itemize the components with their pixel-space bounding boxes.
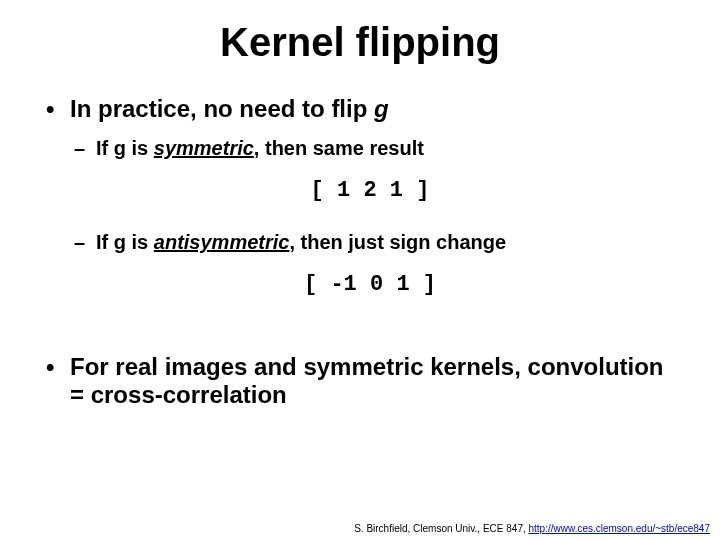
bullet1-prefix: In practice, no need to flip bbox=[70, 95, 374, 122]
bullet-level2: If g is symmetric, then same result bbox=[96, 137, 670, 160]
bullet-level2: If g is antisymmetric, then just sign ch… bbox=[96, 231, 670, 254]
slide-content: In practice, no need to flip g If g is s… bbox=[0, 95, 720, 409]
sub1-suffix: , then same result bbox=[254, 137, 424, 159]
sub2-keyword: antisymmetric bbox=[154, 231, 290, 253]
sub1-prefix: If g is bbox=[96, 137, 154, 159]
footer: S. Birchfield, Clemson Univ., ECE 847, h… bbox=[354, 523, 710, 534]
slide-title: Kernel flipping bbox=[0, 20, 720, 65]
sub2-suffix: , then just sign change bbox=[289, 231, 506, 253]
bullet-level1: In practice, no need to flip g bbox=[70, 95, 670, 123]
sub2-prefix: If g is bbox=[96, 231, 154, 253]
bullet1-var: g bbox=[374, 95, 389, 122]
sub1-keyword: symmetric bbox=[154, 137, 254, 159]
code-example-antisymmetric: [ -1 0 1 ] bbox=[70, 272, 670, 297]
code-example-symmetric: [ 1 2 1 ] bbox=[70, 178, 670, 203]
footer-text: S. Birchfield, Clemson Univ., ECE 847, bbox=[354, 523, 528, 534]
footer-link[interactable]: http://www.ces.clemson.edu/~stb/ece847 bbox=[529, 523, 711, 534]
slide: Kernel flipping In practice, no need to … bbox=[0, 0, 720, 540]
bullet-level1: For real images and symmetric kernels, c… bbox=[70, 353, 670, 409]
spacer bbox=[70, 325, 670, 353]
